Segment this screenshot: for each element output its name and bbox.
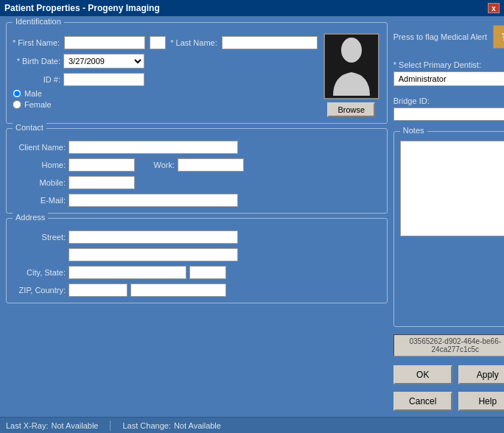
guid-box: 03565262-d902-464e-be66-24ca277c1c5c — [393, 334, 504, 356]
contact-title: Contact — [13, 123, 46, 132]
address-title: Address — [13, 213, 48, 222]
street-input1[interactable] — [69, 230, 238, 244]
zip-input[interactable] — [69, 284, 127, 297]
medical-alert-button[interactable]: ⚕ — [493, 25, 504, 49]
birth-date-label: * Birth Date: — [13, 57, 60, 66]
status-divider — [110, 420, 111, 431]
client-name-label: Client Name: — [13, 143, 66, 152]
medical-alert-section: Press to flag Medical Alert ⚕ — [393, 25, 504, 49]
male-radio[interactable] — [13, 89, 21, 98]
browse-button[interactable]: Browse — [327, 102, 375, 117]
id-section: * First Name: * Last Name: * Birth Date:… — [13, 33, 381, 117]
left-panel: Identification * First Name: * Last Name… — [6, 22, 388, 411]
birth-date-select[interactable]: 3/27/2009 — [63, 54, 144, 68]
work-input[interactable] — [178, 158, 244, 172]
zip-country-label: ZIP, Country: — [13, 286, 66, 295]
street-input2[interactable] — [69, 248, 238, 261]
email-input[interactable] — [69, 194, 238, 207]
last-change-label: Last Change: — [122, 421, 170, 430]
street-row2 — [13, 248, 381, 261]
home-input[interactable] — [69, 158, 135, 172]
mobile-label: Mobile: — [13, 178, 66, 187]
email-label: E-Mail: — [13, 196, 66, 205]
client-name-row: Client Name: — [13, 141, 381, 154]
svg-point-0 — [341, 38, 362, 63]
female-radio-row: Female — [13, 100, 318, 109]
male-radio-row: Male — [13, 89, 318, 98]
city-state-label: City, State: — [13, 268, 66, 277]
bridge-id-input[interactable] — [393, 108, 504, 121]
medical-alert-label: Press to flag Medical Alert — [393, 32, 487, 41]
state-input[interactable] — [189, 266, 226, 279]
female-label: Female — [24, 100, 52, 109]
name-row: * First Name: * Last Name: — [13, 36, 318, 49]
mobile-input[interactable] — [69, 176, 135, 189]
last-name-input[interactable] — [222, 36, 318, 49]
city-input[interactable] — [69, 266, 186, 279]
right-panel: Press to flag Medical Alert ⚕ * Select P… — [393, 22, 504, 411]
window-title: Patient Properties - Progeny Imaging — [4, 3, 160, 13]
notes-title: Notes — [400, 126, 427, 135]
dentist-section: * Select Primary Dentist: Administrator — [393, 60, 504, 86]
dentist-label: * Select Primary Dentist: — [393, 60, 504, 69]
main-content: Identification * First Name: * Last Name… — [0, 16, 504, 417]
id-row: ID #: — [13, 73, 318, 86]
apply-button[interactable]: Apply — [458, 365, 504, 384]
last-xray-label: Last X-Ray: — [6, 421, 48, 430]
last-xray-value: Not Available — [51, 421, 98, 430]
mobile-row: Mobile: — [13, 176, 381, 189]
email-row: E-Mail: — [13, 194, 381, 207]
identification-title: Identification — [13, 17, 64, 26]
photo-box — [323, 33, 379, 99]
last-change-value: Not Available — [174, 421, 221, 430]
client-name-input[interactable] — [69, 141, 238, 154]
id-label: ID #: — [13, 75, 60, 84]
first-name-input[interactable] — [64, 36, 145, 49]
id-right: Browse — [322, 33, 381, 117]
medical-alert-icon: ⚕ — [501, 29, 504, 45]
address-group: Address Street: City, State: ZIP, Countr… — [6, 218, 388, 303]
zip-country-row: ZIP, Country: — [13, 284, 381, 297]
birth-date-row: * Birth Date: 3/27/2009 — [13, 54, 318, 68]
female-radio[interactable] — [13, 100, 21, 109]
cancel-button[interactable]: Cancel — [393, 392, 452, 411]
notes-group: Notes — [393, 131, 504, 327]
street-row1: Street: — [13, 230, 381, 244]
patient-silhouette — [329, 37, 374, 96]
notes-textarea[interactable] — [400, 141, 504, 236]
gender-group: Male Female — [13, 89, 318, 109]
close-button[interactable]: x — [488, 3, 500, 13]
work-label: Work: — [145, 161, 175, 169]
help-button[interactable]: Help — [458, 392, 504, 411]
country-input[interactable] — [130, 284, 226, 297]
title-bar: Patient Properties - Progeny Imaging x — [0, 0, 504, 16]
last-name-label: * Last Name: — [170, 38, 217, 47]
dentist-select[interactable]: Administrator — [393, 71, 504, 86]
contact-group: Contact Client Name: Home: Work: Mobile:… — [6, 128, 388, 214]
id-input[interactable] — [63, 73, 144, 86]
bridge-id-label: Bridge ID: — [393, 96, 504, 105]
bridge-id-section: Bridge ID: — [393, 96, 504, 121]
street-label: Street: — [13, 233, 66, 242]
action-buttons-row2: Cancel Help — [393, 392, 504, 411]
status-bar: Last X-Ray: Not Available Last Change: N… — [0, 417, 504, 433]
phone-row: Home: Work: — [13, 158, 381, 172]
male-label: Male — [24, 89, 42, 98]
identification-group: Identification * First Name: * Last Name… — [6, 22, 388, 124]
city-state-row: City, State: — [13, 266, 381, 279]
middle-name-input[interactable] — [150, 36, 166, 49]
home-label: Home: — [13, 161, 66, 169]
ok-button[interactable]: OK — [393, 365, 452, 384]
action-buttons-row1: OK Apply — [393, 365, 504, 384]
id-left: * First Name: * Last Name: * Birth Date:… — [13, 33, 318, 117]
first-name-label: * First Name: — [13, 38, 60, 47]
